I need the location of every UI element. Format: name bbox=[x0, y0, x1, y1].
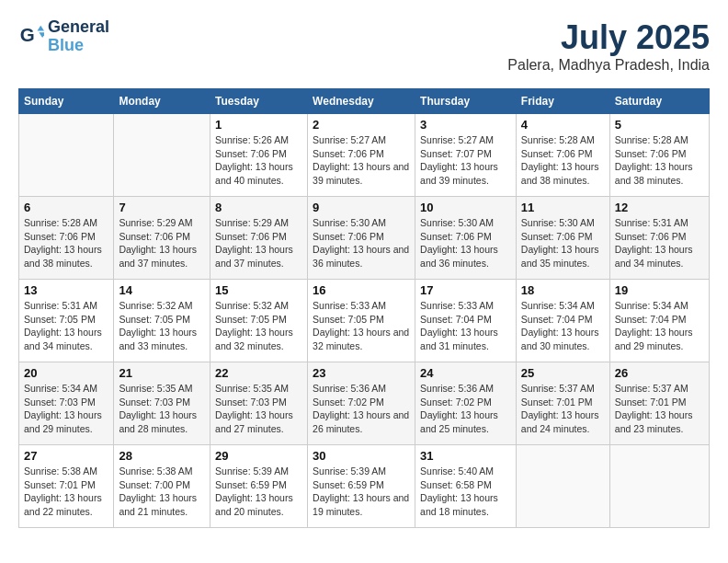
logo-line1: General bbox=[48, 18, 109, 37]
calendar-cell: 8Sunrise: 5:29 AMSunset: 7:06 PMDaylight… bbox=[210, 197, 308, 280]
day-number: 28 bbox=[119, 449, 205, 463]
day-number: 14 bbox=[119, 283, 205, 297]
day-detail: Sunrise: 5:33 AMSunset: 7:04 PMDaylight:… bbox=[420, 299, 511, 353]
day-detail: Sunrise: 5:40 AMSunset: 6:58 PMDaylight:… bbox=[420, 465, 511, 519]
calendar-cell: 22Sunrise: 5:35 AMSunset: 7:03 PMDayligh… bbox=[210, 362, 308, 445]
day-number: 9 bbox=[313, 201, 410, 214]
week-row-5: 27Sunrise: 5:38 AMSunset: 7:01 PMDayligh… bbox=[19, 445, 710, 528]
day-detail: Sunrise: 5:33 AMSunset: 7:05 PMDaylight:… bbox=[313, 299, 410, 353]
day-number: 22 bbox=[215, 366, 302, 380]
calendar-cell: 17Sunrise: 5:33 AMSunset: 7:04 PMDayligh… bbox=[415, 280, 517, 362]
day-number: 2 bbox=[313, 118, 410, 132]
calendar-cell: 2Sunrise: 5:27 AMSunset: 7:06 PMDaylight… bbox=[308, 114, 415, 197]
day-header-wednesday: Wednesday bbox=[308, 89, 415, 114]
day-detail: Sunrise: 5:37 AMSunset: 7:01 PMDaylight:… bbox=[521, 382, 605, 436]
day-detail: Sunrise: 5:31 AMSunset: 7:05 PMDaylight:… bbox=[24, 299, 108, 353]
day-number: 6 bbox=[24, 201, 108, 214]
calendar-cell: 30Sunrise: 5:39 AMSunset: 6:59 PMDayligh… bbox=[308, 445, 415, 528]
calendar-cell: 24Sunrise: 5:36 AMSunset: 7:02 PMDayligh… bbox=[415, 362, 517, 445]
day-number: 12 bbox=[615, 201, 704, 214]
calendar-cell bbox=[19, 114, 114, 197]
calendar-cell: 29Sunrise: 5:39 AMSunset: 6:59 PMDayligh… bbox=[210, 445, 308, 528]
day-detail: Sunrise: 5:35 AMSunset: 7:03 PMDaylight:… bbox=[119, 382, 205, 436]
day-detail: Sunrise: 5:29 AMSunset: 7:06 PMDaylight:… bbox=[215, 216, 302, 270]
day-number: 19 bbox=[615, 283, 704, 297]
svg-text:G: G bbox=[20, 24, 35, 45]
day-number: 3 bbox=[420, 118, 511, 132]
day-number: 15 bbox=[215, 283, 302, 297]
calendar-cell: 25Sunrise: 5:37 AMSunset: 7:01 PMDayligh… bbox=[516, 362, 609, 445]
calendar-cell: 3Sunrise: 5:27 AMSunset: 7:07 PMDaylight… bbox=[415, 114, 517, 197]
logo-text: General Blue bbox=[48, 18, 109, 55]
calendar-cell: 27Sunrise: 5:38 AMSunset: 7:01 PMDayligh… bbox=[19, 445, 114, 528]
day-detail: Sunrise: 5:36 AMSunset: 7:02 PMDaylight:… bbox=[313, 382, 410, 436]
main-title: July 2025 bbox=[507, 18, 710, 57]
page-header: G General Blue July 2025 Palera, Madhya … bbox=[18, 18, 710, 74]
logo: G General Blue bbox=[18, 18, 109, 55]
day-number: 20 bbox=[24, 366, 108, 380]
calendar-cell: 4Sunrise: 5:28 AMSunset: 7:06 PMDaylight… bbox=[516, 114, 609, 197]
day-detail: Sunrise: 5:34 AMSunset: 7:04 PMDaylight:… bbox=[615, 299, 704, 353]
day-number: 31 bbox=[420, 449, 511, 463]
calendar-cell: 23Sunrise: 5:36 AMSunset: 7:02 PMDayligh… bbox=[308, 362, 415, 445]
day-detail: Sunrise: 5:30 AMSunset: 7:06 PMDaylight:… bbox=[313, 216, 410, 270]
day-detail: Sunrise: 5:32 AMSunset: 7:05 PMDaylight:… bbox=[119, 299, 205, 353]
calendar-cell bbox=[114, 114, 210, 197]
day-number: 11 bbox=[521, 201, 605, 214]
calendar-cell: 14Sunrise: 5:32 AMSunset: 7:05 PMDayligh… bbox=[114, 280, 210, 362]
calendar-cell: 5Sunrise: 5:28 AMSunset: 7:06 PMDaylight… bbox=[609, 114, 709, 197]
day-header-thursday: Thursday bbox=[415, 89, 517, 114]
calendar-table: SundayMondayTuesdayWednesdayThursdayFrid… bbox=[18, 88, 710, 528]
calendar-cell: 28Sunrise: 5:38 AMSunset: 7:00 PMDayligh… bbox=[114, 445, 210, 528]
day-number: 7 bbox=[119, 201, 205, 214]
calendar-cell: 1Sunrise: 5:26 AMSunset: 7:06 PMDaylight… bbox=[210, 114, 308, 197]
day-number: 16 bbox=[313, 283, 410, 297]
day-detail: Sunrise: 5:30 AMSunset: 7:06 PMDaylight:… bbox=[420, 216, 511, 270]
calendar-cell: 7Sunrise: 5:29 AMSunset: 7:06 PMDaylight… bbox=[114, 197, 210, 280]
day-detail: Sunrise: 5:35 AMSunset: 7:03 PMDaylight:… bbox=[215, 382, 302, 436]
calendar-cell: 19Sunrise: 5:34 AMSunset: 7:04 PMDayligh… bbox=[609, 280, 709, 362]
calendar-cell bbox=[609, 445, 709, 528]
day-number: 4 bbox=[521, 118, 605, 132]
day-number: 24 bbox=[420, 366, 511, 380]
svg-marker-2 bbox=[39, 32, 44, 38]
subtitle: Palera, Madhya Pradesh, India bbox=[507, 57, 710, 74]
calendar-cell: 9Sunrise: 5:30 AMSunset: 7:06 PMDaylight… bbox=[308, 197, 415, 280]
day-detail: Sunrise: 5:38 AMSunset: 7:01 PMDaylight:… bbox=[24, 465, 108, 519]
day-number: 13 bbox=[24, 283, 108, 297]
calendar-cell bbox=[516, 445, 609, 528]
day-header-monday: Monday bbox=[114, 89, 210, 114]
day-detail: Sunrise: 5:26 AMSunset: 7:06 PMDaylight:… bbox=[215, 133, 302, 188]
week-row-4: 20Sunrise: 5:34 AMSunset: 7:03 PMDayligh… bbox=[19, 362, 710, 445]
day-detail: Sunrise: 5:30 AMSunset: 7:06 PMDaylight:… bbox=[521, 216, 605, 270]
day-detail: Sunrise: 5:39 AMSunset: 6:59 PMDaylight:… bbox=[313, 465, 410, 519]
day-number: 21 bbox=[119, 366, 205, 380]
week-row-2: 6Sunrise: 5:28 AMSunset: 7:06 PMDaylight… bbox=[19, 197, 710, 280]
day-detail: Sunrise: 5:28 AMSunset: 7:06 PMDaylight:… bbox=[24, 216, 108, 270]
calendar-cell: 6Sunrise: 5:28 AMSunset: 7:06 PMDaylight… bbox=[19, 197, 114, 280]
day-number: 23 bbox=[313, 366, 410, 380]
day-number: 30 bbox=[313, 449, 410, 463]
day-number: 1 bbox=[215, 118, 302, 132]
day-detail: Sunrise: 5:28 AMSunset: 7:06 PMDaylight:… bbox=[615, 133, 704, 188]
calendar-cell: 12Sunrise: 5:31 AMSunset: 7:06 PMDayligh… bbox=[609, 197, 709, 280]
calendar-cell: 13Sunrise: 5:31 AMSunset: 7:05 PMDayligh… bbox=[19, 280, 114, 362]
day-detail: Sunrise: 5:29 AMSunset: 7:06 PMDaylight:… bbox=[119, 216, 205, 270]
calendar-cell: 20Sunrise: 5:34 AMSunset: 7:03 PMDayligh… bbox=[19, 362, 114, 445]
day-number: 8 bbox=[215, 201, 302, 214]
day-detail: Sunrise: 5:31 AMSunset: 7:06 PMDaylight:… bbox=[615, 216, 704, 270]
week-row-3: 13Sunrise: 5:31 AMSunset: 7:05 PMDayligh… bbox=[19, 280, 710, 362]
day-header-sunday: Sunday bbox=[19, 89, 114, 114]
day-detail: Sunrise: 5:32 AMSunset: 7:05 PMDaylight:… bbox=[215, 299, 302, 353]
calendar-cell: 15Sunrise: 5:32 AMSunset: 7:05 PMDayligh… bbox=[210, 280, 308, 362]
day-number: 10 bbox=[420, 201, 511, 214]
day-number: 26 bbox=[615, 366, 704, 380]
day-number: 29 bbox=[215, 449, 302, 463]
day-detail: Sunrise: 5:28 AMSunset: 7:06 PMDaylight:… bbox=[521, 133, 605, 188]
calendar-cell: 10Sunrise: 5:30 AMSunset: 7:06 PMDayligh… bbox=[415, 197, 517, 280]
title-block: July 2025 Palera, Madhya Pradesh, India bbox=[507, 18, 710, 74]
week-row-1: 1Sunrise: 5:26 AMSunset: 7:06 PMDaylight… bbox=[19, 114, 710, 197]
calendar-cell: 18Sunrise: 5:34 AMSunset: 7:04 PMDayligh… bbox=[516, 280, 609, 362]
logo-icon: G bbox=[18, 24, 44, 50]
day-header-saturday: Saturday bbox=[609, 89, 709, 114]
